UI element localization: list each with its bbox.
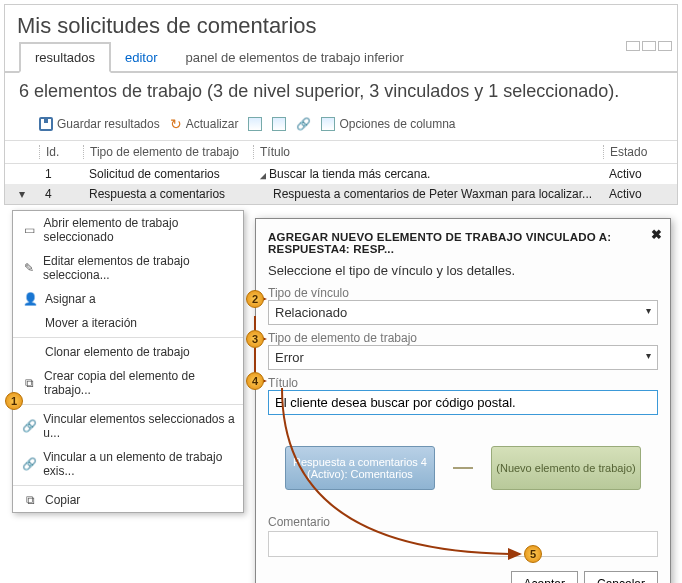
tab-strip: resultados editor panel de elementos de … (5, 43, 677, 73)
title-label: Título (268, 376, 658, 390)
comment-input[interactable] (268, 531, 658, 557)
open-icon: ▭ (21, 223, 38, 237)
dialog-title: AGREGAR NUEVO ELEMENTO DE TRABAJO VINCUL… (268, 229, 658, 263)
results-summary: 6 elementos de trabajo (3 de nivel super… (5, 73, 677, 112)
col-type[interactable]: Tipo de elemento de trabajo (83, 145, 253, 159)
layout-controls[interactable] (626, 41, 672, 51)
rel-target: (Nuevo elemento de trabajo) (491, 446, 641, 490)
cell-title: Buscar la tienda más cercana. (253, 167, 603, 181)
ok-button[interactable]: Aceptar (511, 571, 578, 583)
copy-icon: ⧉ (21, 493, 39, 507)
col-id[interactable]: Id. (39, 145, 83, 159)
close-icon[interactable]: ✖ (651, 227, 662, 242)
link-existing-icon: 🔗 (21, 457, 37, 471)
copy-new-icon: ⧉ (21, 376, 38, 390)
cancel-button[interactable]: Cancelar (584, 571, 658, 583)
context-menu: ▭Abrir elemento de trabajo seleccionado … (12, 210, 244, 513)
open-project-icon[interactable] (272, 117, 286, 131)
menu-clone[interactable]: Clonar elemento de trabajo (13, 340, 243, 364)
columns-icon (321, 117, 335, 131)
workitems-panel: Mis solicitudes de comentarios resultado… (4, 4, 678, 205)
menu-move[interactable]: Mover a iteración (13, 311, 243, 335)
col-state[interactable]: Estado (603, 145, 663, 159)
menu-edit[interactable]: ✎Editar elementos de trabajo selecciona.… (13, 249, 243, 287)
rel-line (453, 467, 473, 469)
tab-editor[interactable]: editor (111, 44, 172, 71)
table-row[interactable]: 4 Respuesta a comentarios Respuesta a co… (5, 184, 677, 204)
callout-2: 2 (246, 290, 264, 308)
tab-workitem-panel[interactable]: panel de elementos de trabajo inferior (172, 44, 418, 71)
wit-type-dropdown[interactable]: Error (268, 345, 658, 370)
callout-1: 1 (5, 392, 23, 410)
add-linked-workitem-dialog: ✖ AGREGAR NUEVO ELEMENTO DE TRABAJO VINC… (255, 218, 671, 583)
cell-state: Activo (603, 187, 663, 201)
menu-assign[interactable]: 👤Asignar a (13, 287, 243, 311)
menu-copy[interactable]: ⧉Copiar (13, 488, 243, 512)
separator (13, 404, 243, 405)
separator (13, 337, 243, 338)
cell-state: Activo (603, 167, 663, 181)
col-title[interactable]: Título (253, 145, 603, 159)
results-toolbar: Guardar resultados ↻ Actualizar 🔗 Opcion… (5, 112, 677, 140)
cell-id: 1 (39, 167, 83, 181)
column-options-button[interactable]: Opciones de columna (321, 117, 455, 131)
columns-label: Opciones de columna (339, 117, 455, 131)
menu-open[interactable]: ▭Abrir elemento de trabajo seleccionado (13, 211, 243, 249)
relationship-preview: Respuesta a comentarios 4 (Activo): Come… (268, 427, 658, 509)
save-icon (39, 117, 53, 131)
open-excel-icon[interactable] (248, 117, 262, 131)
callout-3: 3 (246, 330, 264, 348)
comment-label: Comentario (268, 515, 658, 529)
grid-header: Id. Tipo de elemento de trabajo Título E… (5, 140, 677, 164)
save-label: Guardar resultados (57, 117, 160, 131)
tab-results[interactable]: resultados (19, 42, 111, 73)
link-type-label: Tipo de vínculo (268, 286, 658, 300)
link-icon: 🔗 (21, 419, 37, 433)
page-title: Mis solicitudes de comentarios (5, 5, 677, 43)
refresh-icon: ↻ (170, 116, 182, 132)
link-type-dropdown[interactable]: Relacionado (268, 300, 658, 325)
separator (13, 485, 243, 486)
menu-link-existing[interactable]: 🔗Vincular a un elemento de trabajo exis.… (13, 445, 243, 483)
rel-source: Respuesta a comentarios 4 (Activo): Come… (285, 446, 435, 490)
refresh-label: Actualizar (186, 117, 239, 131)
table-row[interactable]: 1 Solicitud de comentarios Buscar la tie… (5, 164, 677, 184)
cell-title: Respuesta a comentarios de Peter Waxman … (253, 187, 603, 201)
wit-type-label: Tipo de elemento de trabajo (268, 331, 658, 345)
cell-type: Respuesta a comentarios (83, 187, 253, 201)
edit-icon: ✎ (21, 261, 37, 275)
refresh-button[interactable]: ↻ Actualizar (170, 116, 239, 132)
cell-id: 4 (39, 187, 83, 201)
dialog-subtitle: Seleccione el tipo de vínculo y los deta… (268, 263, 658, 278)
menu-copy-new[interactable]: ⧉Crear copia del elemento de trabajo... (13, 364, 243, 402)
dialog-buttons: Aceptar Cancelar (268, 571, 658, 583)
callout-4: 4 (246, 372, 264, 390)
assign-icon: 👤 (21, 292, 39, 306)
cell-type: Solicitud de comentarios (83, 167, 253, 181)
callout-5: 5 (524, 545, 542, 563)
title-input[interactable] (268, 390, 658, 415)
menu-link-selected[interactable]: 🔗Vincular elementos seleccionados a u... (13, 407, 243, 445)
link-icon[interactable]: 🔗 (296, 117, 311, 131)
save-results-button[interactable]: Guardar resultados (39, 117, 160, 131)
